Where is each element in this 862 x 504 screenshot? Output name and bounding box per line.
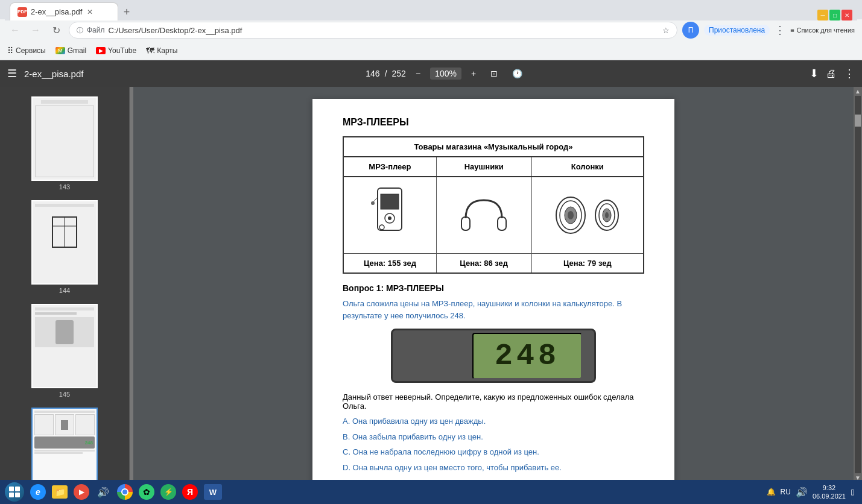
main-area: 143 144: [0, 87, 862, 482]
bookmark-apps[interactable]: ⠿ Сервисы: [7, 46, 46, 55]
profile-button[interactable]: П: [682, 22, 699, 39]
taskbar-right: 🔔 RU 🔊 9:32 06.09.2021 ▯: [767, 484, 860, 501]
address-bar: ← → ↻ ⓘ Файл C:/Users/User/Desktop/2-ex_…: [0, 19, 862, 41]
file-explorer-button[interactable]: 📁: [49, 482, 70, 502]
forward-button[interactable]: →: [28, 22, 43, 38]
page-separator: /: [385, 69, 387, 78]
thumb-num-143: 143: [59, 183, 70, 191]
browser-menu-button[interactable]: ⋮: [775, 24, 785, 37]
taskbar: e 📁 ▶ 🔊 ✿ ⚡ Я W 🔔 RU 🔊: [0, 480, 862, 504]
yandex-button[interactable]: Я: [180, 482, 200, 502]
pdf-toolbar: ☰ 2-ex__pisa.pdf 146 / 252 − 100% + ⊡ 🕐 …: [0, 60, 862, 87]
reader-mode-button[interactable]: ≡ Список для чтения: [790, 27, 855, 34]
svg-point-9: [371, 201, 375, 205]
maximize-button[interactable]: □: [829, 10, 840, 20]
ie-button[interactable]: e: [28, 482, 48, 502]
windows-logo-grid: [9, 487, 20, 497]
tab-close-button[interactable]: ✕: [87, 8, 93, 16]
zoom-out-button[interactable]: −: [411, 66, 425, 81]
thumb-img-146: 248: [31, 408, 98, 482]
yandex-icon: Я: [182, 484, 198, 500]
profile-initial: П: [688, 26, 694, 34]
clock: 9:32 06.09.2021: [813, 484, 846, 501]
zoom-in-button[interactable]: +: [466, 66, 481, 81]
svg-point-15: [568, 211, 574, 219]
option-c: C. Она не набрала последнюю цифру в одно…: [343, 446, 644, 458]
active-tab[interactable]: PDF 2-ex__pisa.pdf ✕: [10, 2, 118, 20]
fit-page-button[interactable]: ⊡: [486, 66, 502, 81]
speakers-image-cell: [531, 177, 644, 254]
bookmark-star-icon[interactable]: ☆: [662, 26, 670, 35]
word-button[interactable]: W: [201, 482, 224, 502]
mp3-player-image-cell: [343, 177, 436, 254]
bookmark-gmail[interactable]: M Gmail: [55, 46, 86, 55]
headphones-price: Цена: 86 зед: [436, 254, 531, 274]
scroll-thumb[interactable]: [855, 115, 861, 127]
option-a: A. Она прибавила одну из цен дважды.: [343, 415, 644, 427]
app-button-2[interactable]: ⚡: [158, 482, 179, 502]
download-button[interactable]: ⬇: [810, 67, 819, 80]
reader-label: Список для чтения: [797, 27, 855, 34]
start-button[interactable]: [2, 482, 27, 502]
svg-line-8: [373, 197, 378, 202]
profile-status[interactable]: Приостановлена: [704, 25, 770, 36]
scroll-track[interactable]: [855, 96, 861, 473]
media-player-icon: ▶: [74, 484, 89, 500]
minimize-button[interactable]: ─: [817, 10, 828, 20]
zoom-level: 100%: [430, 68, 461, 80]
maps-label: Карты: [157, 46, 177, 55]
pdf-content-area[interactable]: МРЗ-ПЛЕЕРЫ Товары магазина «Музыкальный …: [133, 87, 854, 482]
volume-indicator[interactable]: 🔊: [796, 487, 808, 498]
history-button[interactable]: 🕐: [507, 66, 527, 81]
page-current: 146: [366, 69, 379, 78]
gmail-label: Gmail: [68, 46, 86, 55]
apps-label: Сервисы: [16, 46, 46, 55]
url-bar[interactable]: ⓘ Файл C:/Users/User/Desktop/2-ex__pisa.…: [69, 22, 677, 39]
svg-point-6: [388, 216, 391, 220]
url-text: C:/Users/User/Desktop/2-ex__pisa.pdf: [109, 26, 242, 35]
apps-icon: ⠿: [7, 46, 13, 55]
media-player-button[interactable]: ▶: [71, 482, 92, 502]
more-button[interactable]: ⋮: [844, 67, 855, 80]
right-scrollbar[interactable]: ▲ ▼: [854, 87, 862, 482]
url-prefix: Файл: [87, 26, 105, 34]
print-button[interactable]: 🖨: [826, 68, 837, 80]
pinwheel-button[interactable]: ✿: [136, 482, 157, 502]
reload-button[interactable]: ↻: [48, 22, 64, 38]
back-button[interactable]: ←: [7, 22, 23, 38]
thumb-num-145: 145: [59, 391, 70, 398]
thumbnail-143[interactable]: 143: [0, 92, 129, 195]
thumb-img-145: [31, 304, 98, 388]
language-indicator: RU: [781, 488, 791, 496]
thumb-num-144: 144: [59, 287, 70, 294]
thumbnail-145[interactable]: 145: [0, 299, 129, 403]
svg-rect-10: [461, 217, 470, 230]
option-d: D. Она вычла одну из цен вместо того, чт…: [343, 462, 644, 474]
close-button[interactable]: ✕: [841, 10, 852, 20]
pinwheel-icon: ✿: [139, 484, 154, 500]
time-display: 9:32: [813, 484, 846, 492]
tab-bar: PDF 2-ex__pisa.pdf ✕ + ─ □ ✕: [5, 0, 857, 20]
show-desktop-button[interactable]: ▯: [851, 488, 855, 496]
page-main-title: МРЗ-ПЛЕЕРЫ: [343, 117, 644, 128]
chrome-button[interactable]: [115, 482, 135, 502]
calculator-display: 248: [391, 329, 596, 383]
scroll-up-arrow[interactable]: ▲: [855, 88, 861, 95]
bookmark-youtube[interactable]: ▶ YouTube: [96, 46, 136, 55]
menu-icon[interactable]: ☰: [7, 67, 17, 80]
question-text: Ольга сложила цены на МРЗ-плеер, наушник…: [343, 298, 644, 321]
toolbar-right: ⬇ 🖨 ⋮: [810, 67, 855, 80]
thumbnail-sidebar: 143 144: [0, 87, 130, 482]
thumbnail-146[interactable]: 248 146: [0, 403, 129, 482]
new-tab-button[interactable]: +: [118, 4, 135, 20]
svg-rect-11: [498, 217, 506, 230]
thumbnail-144[interactable]: 144: [0, 195, 129, 299]
title-bar: PDF 2-ex__pisa.pdf ✕ + ─ □ ✕: [0, 0, 862, 19]
volume-button[interactable]: 🔊: [93, 482, 113, 502]
product-table: Товары магазина «Музыкальный город» МРЗ-…: [343, 136, 644, 274]
windows-logo: [5, 482, 24, 502]
headphones-image-cell: [436, 177, 531, 254]
bookmark-maps[interactable]: 🗺 Карты: [146, 46, 177, 55]
profile-status-label: Приостановлена: [709, 26, 765, 34]
col2-header: Наушники: [436, 157, 531, 177]
